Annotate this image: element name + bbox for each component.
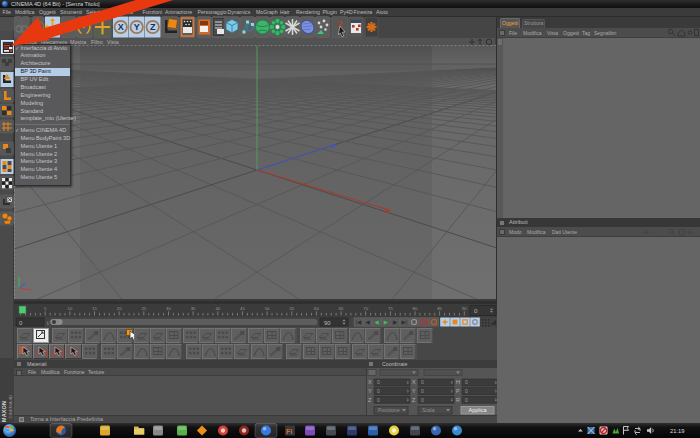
svg-text:0: 0: [377, 388, 380, 394]
svg-text:35: 35: [191, 306, 196, 311]
svg-text:60: 60: [314, 306, 319, 311]
svg-text:20: 20: [117, 306, 122, 311]
svg-text:Z: Z: [368, 397, 372, 403]
svg-text:0: 0: [421, 397, 424, 403]
svg-text:85: 85: [437, 306, 442, 311]
svg-text:Scala: Scala: [422, 407, 435, 413]
svg-text:X: X: [412, 379, 416, 385]
svg-text:0: 0: [465, 379, 468, 385]
svg-text:90: 90: [324, 320, 331, 326]
svg-text:21:19: 21:19: [670, 428, 685, 434]
svg-text:55: 55: [289, 306, 294, 311]
svg-text:40: 40: [215, 306, 220, 311]
svg-text:30: 30: [166, 306, 171, 311]
svg-text:Posizione: Posizione: [378, 407, 400, 413]
svg-text:Y: Y: [368, 388, 372, 394]
svg-text:80: 80: [413, 306, 418, 311]
svg-text:0: 0: [465, 388, 468, 394]
svg-text:▶|: ▶|: [401, 319, 407, 325]
svg-text:Z: Z: [412, 397, 416, 403]
svg-text:15: 15: [92, 306, 97, 311]
svg-text:R: R: [456, 397, 460, 403]
svg-text:5: 5: [44, 306, 47, 311]
svg-text:0: 0: [377, 397, 380, 403]
svg-text:75: 75: [388, 306, 393, 311]
svg-text:90: 90: [462, 306, 467, 311]
svg-text:10: 10: [68, 306, 73, 311]
svg-text:0: 0: [465, 397, 468, 403]
svg-text:Y: Y: [412, 388, 416, 394]
svg-text:|◀: |◀: [355, 319, 361, 325]
svg-text:Applica: Applica: [468, 407, 487, 413]
svg-text:X: X: [368, 379, 372, 385]
svg-text:65: 65: [339, 306, 344, 311]
svg-text:50: 50: [265, 306, 270, 311]
svg-text:0: 0: [421, 388, 424, 394]
svg-text:0: 0: [377, 379, 380, 385]
svg-text:P: P: [456, 388, 460, 394]
svg-text:25: 25: [141, 306, 146, 311]
svg-text:0: 0: [59, 319, 62, 325]
svg-text:45: 45: [240, 306, 245, 311]
svg-text:70: 70: [363, 306, 368, 311]
svg-text:H: H: [456, 379, 460, 385]
svg-text:t: t: [47, 320, 49, 326]
svg-text:0: 0: [421, 379, 424, 385]
svg-text:Fl: Fl: [286, 428, 292, 435]
